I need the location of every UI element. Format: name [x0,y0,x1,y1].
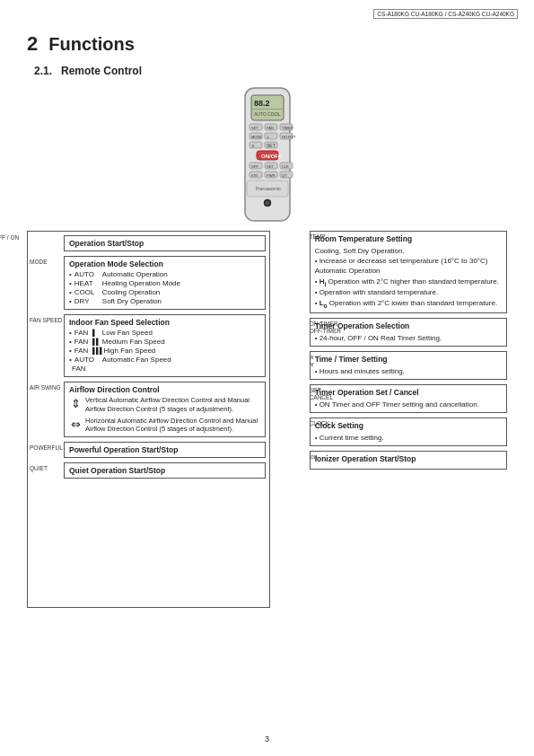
room-temp-title: Room Temperature Setting [315,234,502,243]
off-on-label: OFF / ON [0,234,19,241]
svg-text:NO-RST: NO-RST [282,135,296,139]
operation-mode-box: Operation Mode Selection • AUTO Automati… [64,256,266,310]
timer-set-cancel-box: Timer Operation Set / Cancel • ON Timer … [310,384,507,413]
airflow-box: Airflow Direction Control ⇕ Vertical Aut… [64,382,266,437]
cooling-label: Cooling, Soft Dry Operation. [315,247,405,255]
page-container: CS-A180KG CU-A180KG / CS-A240KG CU-A240K… [0,0,534,756]
timer-op-bullet: • 24-hour, OFF / ON Real Timer Setting. [315,334,442,342]
left-column: OFF / ON Operation Start/Stop MODE Opera… [27,231,270,608]
list-item: • COOL Cooling Operation [69,288,260,296]
svg-text:SET: SET [267,164,274,169]
svg-text:PWR: PWR [267,173,275,178]
timer-op-text: • 24-hour, OFF / ON Real Timer Setting. [315,333,502,343]
svg-text:MODE: MODE [251,135,262,139]
list-item: • AUTO Automatic Operation [69,270,260,278]
time-timer-text: • Hours and minutes setting. [315,366,502,376]
airflow-row-horizontal: ⇔ Horizontal Automatic Airflow Direction… [69,417,260,435]
remote-image-area: 88.2 AUTO COOL SET FAN TIMER MODE ∧ NO-R… [27,86,507,225]
vertical-arrow-icon: ⇕ [69,397,82,410]
svg-text:QT: QT [282,173,287,178]
svg-text:FAN: FAN [267,126,274,130]
quiet-section: QUIET Quiet Operation Start/Stop [64,462,266,479]
header-model: CS-A180KG CU-A180KG / CS-A240KG CU-A240K… [373,9,518,19]
powerful-box: Powerful Operation Start/Stop [64,442,266,458]
list-item: FAN [69,365,260,373]
svg-text:SET: SET [267,143,276,148]
timer-set-cancel-title: Timer Operation Set / Cancel [315,388,502,397]
room-temp-text: Cooling, Soft Dry Operation. • Increase … [315,246,502,310]
fan-speed-list: • FAN ▐ Low Fan Speed • FAN ▐▐ Medium Fa… [69,329,260,373]
svg-rect-3 [252,109,283,110]
hours-minutes-bullet: • Hours and minutes setting. [315,367,405,375]
svg-text:Panasonic: Panasonic [256,186,281,191]
timer-op-section: ON-TIMEROFF-TIMER Timer Operation Select… [310,318,507,347]
fan-speed-box: Indoor Fan Speed Selection • FAN ▐ Low F… [64,314,266,377]
ionizer-section: ion Ionizer Operation Start/Stop [310,451,507,470]
operation-mode-title: Operation Mode Selection [69,259,260,268]
operation-start-stop-title: Operation Start/Stop [69,239,144,248]
room-temp-box: Room Temperature Setting Cooling, Soft D… [310,231,507,313]
list-item: • HEAT Heating Operation Mode [69,279,260,287]
right-wrapper: TEMP. Room Temperature Setting Cooling, … [277,231,507,470]
lo-bullet: • Lo Operation with 2°C lower than stand… [315,299,498,307]
time-timer-title: Time / Timer Setting [315,355,502,364]
svg-text:ON/OFF: ON/OFF [261,154,282,159]
clock-box: Clock Setting • Current time setting. [310,418,507,446]
ionizer-title: Ionizer Operation Start/Stop [315,454,502,463]
airflow-vertical-text: Vertical Automatic Airflow Direction Con… [85,396,260,414]
quiet-title: Quiet Operation Start/Stop [69,466,165,475]
fan-speed-title: Indoor Fan Speed Selection [69,318,260,327]
svg-text:∧: ∧ [267,135,269,139]
list-item: • FAN ▐▐ Medium Fan Speed [69,338,260,346]
timer-op-box: Timer Operation Selection • 24-hour, OFF… [310,318,507,347]
airflow-title: Airflow Direction Control [69,385,260,394]
right-column: TEMP. Room Temperature Setting Cooling, … [277,231,507,608]
list-item: • DRY Soft Dry Operation [69,297,260,305]
clock-section: CLOCK Clock Setting • Current time setti… [310,418,507,446]
current-time-bullet: • Current time setting. [315,434,384,442]
room-temp-section: TEMP. Room Temperature Setting Cooling, … [310,231,507,313]
operation-start-stop-box: Operation Start/Stop [64,235,266,251]
list-item: • AUTO Automatic Fan Speed [69,356,260,364]
quiet-label: QUIET [30,465,48,471]
timer-set-cancel-text: • ON Timer and OFF Timer setting and can… [315,400,502,409]
fan-speed-section: FAN SPEED Indoor Fan Speed Selection • F… [64,314,266,377]
quiet-box: Quiet Operation Start/Stop [64,462,266,479]
left-outer-border: OFF / ON Operation Start/Stop MODE Opera… [27,231,270,608]
ionizer-box: Ionizer Operation Start/Stop [310,451,507,470]
clock-text: • Current time setting. [315,433,502,443]
powerful-label: POWERFUL [30,444,63,451]
remote-control-image: 88.2 AUTO COOL SET FAN TIMER MODE ∧ NO-R… [227,86,308,225]
section-number: 2.1. [34,65,52,77]
operation-mode-list: • AUTO Automatic Operation • HEAT Heatin… [69,270,260,305]
svg-text:CLK: CLK [282,164,289,169]
timer-op-title: Timer Operation Selection [315,321,502,330]
airflow-content: ⇕ Vertical Automatic Airflow Direction C… [69,396,260,434]
on-off-timer-bullet: • ON Timer and OFF Timer setting and can… [315,400,479,409]
air-swing-label: AIR SWING [30,384,61,391]
time-timer-box: Time / Timer Setting • Hours and minutes… [310,351,507,380]
set-cancel-section: SETCANCEL Timer Operation Set / Cancel •… [310,384,507,413]
svg-text:OFF: OFF [251,164,259,169]
list-item: • FAN ▐ Low Fan Speed [69,329,260,337]
section-title: Remote Control [61,65,142,77]
airflow-row-vertical: ⇕ Vertical Automatic Airflow Direction C… [69,396,260,414]
main-content: OFF / ON Operation Start/Stop MODE Opera… [27,231,507,608]
powerful-title: Powerful Operation Start/Stop [69,445,178,454]
airflow-horizontal-text: Horizontal Automatic Airflow Direction C… [85,417,260,435]
page-number: 3 [265,734,269,743]
svg-text:88.2: 88.2 [254,99,270,108]
fan-speed-label: FAN SPEED [30,317,62,323]
svg-point-38 [266,201,269,205]
auto-label: Automatic Operation [315,267,381,275]
powerful-section: POWERFUL Powerful Operation Start/Stop [64,442,266,458]
svg-text:AUTO  COOL: AUTO COOL [254,111,281,117]
svg-text:ION: ION [251,173,258,178]
time-timer-section: ∧∨ Time / Timer Setting • Hours and minu… [310,351,507,380]
temp-increase-bullet: • Increase or decrease set temperature (… [315,257,488,265]
operation-mode-section: MODE Operation Mode Selection • AUTO Aut… [64,256,266,310]
svg-text:TIMER: TIMER [282,126,293,130]
standard-bullet: • Operation with standard temperature. [315,288,439,296]
svg-text:SET: SET [251,126,258,130]
chapter-title: Functions [48,34,135,55]
